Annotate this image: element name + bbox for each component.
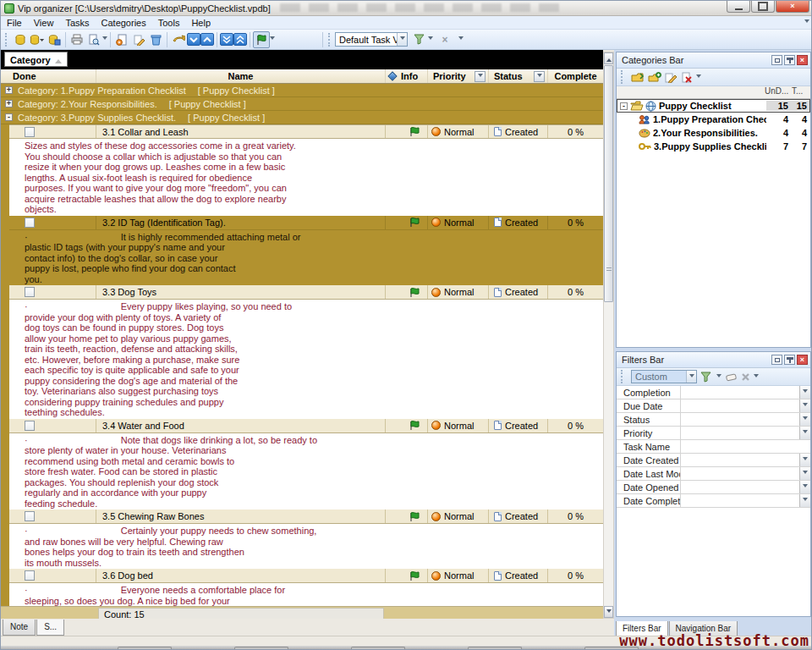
- panel-close-button[interactable]: [797, 355, 808, 365]
- print-preview-button[interactable]: [85, 31, 102, 48]
- column-header-priority[interactable]: Priority: [428, 69, 489, 83]
- filter-value-field[interactable]: [681, 454, 799, 466]
- categories-toolbar-overflow-icon[interactable]: [696, 74, 701, 80]
- done-checkbox[interactable]: [25, 421, 35, 431]
- task-notes-selected[interactable]: · It is highly recommended attaching met…: [9, 230, 603, 286]
- scroll-up-button[interactable]: [604, 52, 613, 64]
- category-group-row-2[interactable]: + Category: 2.Your Responsibilities. [ P…: [1, 97, 603, 111]
- task-name[interactable]: 3.1 Collar and Leash: [96, 125, 386, 138]
- filters-toolbar-overflow-icon[interactable]: [754, 374, 759, 380]
- panel-close-button[interactable]: [797, 55, 808, 65]
- move-bottom-button[interactable]: [220, 33, 233, 46]
- menu-tasks[interactable]: Tasks: [59, 17, 95, 29]
- view-overflow-icon[interactable]: [428, 36, 433, 42]
- filter-dropdown-button[interactable]: [799, 467, 810, 480]
- add-category-icon[interactable]: [631, 72, 645, 83]
- done-checkbox[interactable]: [25, 511, 35, 521]
- filter-value-field[interactable]: [681, 413, 799, 426]
- filter-value-field[interactable]: [681, 494, 799, 507]
- close-button[interactable]: [776, 1, 809, 13]
- filter-value-field[interactable]: [681, 399, 799, 412]
- panel-restore-button[interactable]: [771, 355, 782, 365]
- taskbar-button[interactable]: [468, 647, 522, 650]
- toolbar-grip[interactable]: [621, 70, 625, 84]
- total-column-header[interactable]: T...: [792, 86, 810, 98]
- tree-item-category-2[interactable]: 2.Your Responsibilities. 4 4: [617, 126, 810, 140]
- taskbar-button[interactable]: [118, 647, 172, 650]
- task-notes[interactable]: Sizes and styles of these dog accessorie…: [9, 139, 603, 216]
- tab-note[interactable]: Note: [3, 620, 36, 636]
- menu-help[interactable]: Help: [185, 17, 217, 29]
- print-button[interactable]: [69, 31, 85, 48]
- taskbar-button[interactable]: [234, 647, 288, 650]
- task-row[interactable]: 3.4 Water and Food Normal Created 0 %: [9, 419, 603, 433]
- filter-overflow-icon[interactable]: [716, 374, 721, 380]
- menubar-overflow-icon[interactable]: [804, 19, 809, 25]
- menu-categories[interactable]: Categories: [96, 17, 152, 29]
- column-header-info[interactable]: Info: [386, 69, 428, 83]
- task-row[interactable]: 3.6 Dog bed Normal Created 0 %: [9, 569, 603, 583]
- print-overflow-icon[interactable]: [102, 36, 107, 42]
- recent-databases-button[interactable]: [29, 31, 46, 48]
- column-header-done[interactable]: Done: [1, 69, 96, 83]
- delete-task-button[interactable]: [147, 31, 164, 48]
- tree-item-category-3[interactable]: 3.Puppy Supplies Checklist. 7 7: [617, 140, 810, 153]
- scroll-down-button[interactable]: [604, 606, 613, 618]
- panel-pin-button[interactable]: [784, 55, 795, 65]
- column-header-name[interactable]: Name: [96, 69, 386, 83]
- task-notes[interactable]: · Certainly your puppy needs to chew som…: [9, 524, 603, 569]
- column-header-complete[interactable]: Complete: [548, 69, 603, 83]
- scroll-thumb[interactable]: [604, 65, 613, 302]
- filter-dropdown-button[interactable]: [799, 413, 810, 426]
- open-database-button[interactable]: [12, 31, 29, 48]
- done-checkbox[interactable]: [25, 287, 35, 297]
- tree-item-category-1[interactable]: 1.Puppy Preparation Checklist 4 4: [617, 113, 810, 126]
- filter-value-field[interactable]: [681, 386, 799, 399]
- expand-plus-icon[interactable]: +: [5, 100, 13, 107]
- panel-restore-button[interactable]: [771, 55, 782, 65]
- edit-task-button[interactable]: [130, 31, 147, 48]
- move-top-button[interactable]: [233, 33, 247, 46]
- panel-pin-button[interactable]: [784, 355, 795, 365]
- menu-view[interactable]: View: [28, 17, 60, 29]
- task-name[interactable]: 3.4 Water and Food: [96, 419, 386, 432]
- undone-column-header[interactable]: UnD...: [765, 86, 792, 98]
- toolbar-grip[interactable]: [328, 33, 332, 47]
- toolbar-grip[interactable]: [621, 370, 625, 383]
- tab-s[interactable]: S...: [36, 620, 64, 636]
- task-name[interactable]: 3.2 ID Tag (Identification Tag).: [96, 216, 386, 229]
- task-notes[interactable]: · Note that dogs like drinking a lot, so…: [9, 433, 603, 510]
- tree-item-root[interactable]: - Puppy Checklist 15 15: [617, 99, 810, 113]
- task-name[interactable]: 3.5 Chewing Raw Bones: [96, 510, 386, 523]
- toolbar-overflow-icon[interactable]: [458, 36, 464, 42]
- filter-dropdown-button[interactable]: [799, 386, 810, 399]
- task-notes[interactable]: · Every puppy likes playing, so you need…: [9, 300, 603, 419]
- edit-category-icon[interactable]: [665, 72, 678, 83]
- save-database-button[interactable]: [46, 31, 63, 48]
- move-up-button[interactable]: [200, 33, 214, 46]
- flag-overflow-icon[interactable]: [270, 36, 275, 42]
- group-by-category-tab[interactable]: Category: [4, 52, 68, 67]
- complete-task-button[interactable]: [170, 31, 187, 48]
- minimize-button[interactable]: [727, 1, 750, 13]
- toolbar-grip[interactable]: [5, 33, 9, 47]
- filter-value-field[interactable]: [681, 481, 799, 493]
- category-group-row-1[interactable]: + Category: 1.Puppy Preparation Checklis…: [1, 84, 603, 97]
- filter-dropdown-button[interactable]: [799, 454, 810, 466]
- task-row[interactable]: 3.3 Dog Toys Normal Created 0 %: [9, 285, 603, 300]
- column-header-status[interactable]: Status: [489, 69, 548, 83]
- expand-plus-icon[interactable]: +: [5, 86, 13, 94]
- add-subcategory-icon[interactable]: [648, 72, 661, 83]
- menu-tools[interactable]: Tools: [152, 17, 186, 29]
- done-checkbox[interactable]: [25, 127, 35, 137]
- task-view-combobox[interactable]: Default Task V: [335, 32, 408, 47]
- move-down-button[interactable]: [187, 33, 200, 46]
- task-row[interactable]: 3.5 Chewing Raw Bones Normal Created 0 %: [9, 510, 603, 524]
- filter-value-field[interactable]: [681, 467, 799, 480]
- done-checkbox[interactable]: [25, 570, 35, 581]
- new-task-button[interactable]: [113, 31, 130, 48]
- clear-filter-x-icon[interactable]: [741, 372, 750, 382]
- task-name[interactable]: 3.3 Dog Toys: [96, 285, 386, 299]
- status-filter-button[interactable]: [534, 71, 545, 82]
- done-checkbox[interactable]: [25, 218, 35, 228]
